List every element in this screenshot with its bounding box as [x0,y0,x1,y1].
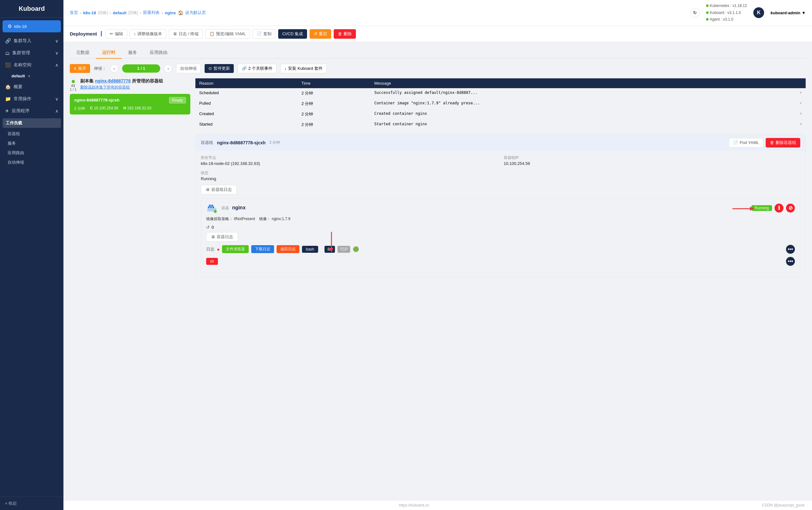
log-info-icon: ● [217,247,220,252]
delete-button[interactable]: 🗑 删除 [334,29,356,39]
sidebar-item-cluster-manage[interactable]: 🗂 集群管理 ∨ [0,47,63,59]
services-label: 服务 [8,141,16,146]
breadcrumb-nginx[interactable]: nginx [165,10,176,15]
sidebar-item-namespace[interactable]: ⬛ 名称空间 ∧ [0,59,63,71]
log-actions: 日志 ● 文件浏览器 下载日志 追踪日志 bash [206,245,795,254]
sidebar-collapse-btn[interactable]: « 收起 [0,497,63,510]
sidebar-item-common-ops[interactable]: 📁 常用操作 ∨ [0,93,63,105]
table-row: Started 2 分钟 Started container nginx× [195,119,806,130]
events-col-message: Message [371,78,806,88]
events-col-time: Time [297,78,371,88]
default-namespace-label: default ▼ [11,73,31,78]
file-browser-button[interactable]: 文件浏览器 [222,245,249,253]
download-log-button[interactable]: 下载日志 [251,245,274,253]
pod-card-header: nginx-8d8887778-sjcxh Ready [74,97,186,103]
replica-status-dot [72,80,75,83]
tab-metadata[interactable]: 元数据 [70,47,96,59]
close-icon[interactable]: × [800,90,802,95]
copy-button[interactable]: 📄 复制 [253,29,276,39]
logs-button[interactable]: 🖥 日志 / 终端 [169,29,203,39]
tab-approute[interactable]: 应用路由 [143,47,174,59]
sidebar-cluster-name: k8s-18 [14,24,27,29]
version-info: Kubernetes : v1.18.12 Kuboard : v3.1.1.0… [706,3,747,23]
cicd-button[interactable]: CI/CD 集成 [278,29,307,39]
sidebar-child-services[interactable]: 服务 [0,139,63,148]
install-kuboard-button[interactable]: ↓ 安装 Kuboard 套件 [281,64,327,73]
sidebar-child-hpa[interactable]: 自动伸缩 [0,158,63,167]
edit-button[interactable]: ✏ 编辑 [106,29,127,39]
event-message: Started container nginx× [371,119,806,130]
tab-service[interactable]: 服务 [122,47,143,59]
sidebar-workload-item[interactable]: 工作负载 [3,118,61,128]
refresh-button[interactable]: ↻ [690,8,700,18]
container-info-button-1[interactable]: ℹ [775,204,783,212]
sidebar-child-pods[interactable]: 容器组 [0,129,63,139]
container-stop-button[interactable]: ⊘ [786,204,795,212]
namespace-icon: ⬛ [5,62,11,68]
container-more-button[interactable]: ••• [786,257,795,266]
sidebar-cluster-item[interactable]: ⚙ k8s-18 [3,20,61,32]
port-more-button[interactable]: ••• [786,245,795,254]
preview-yaml-button[interactable]: 📋 预览/编辑 YAML [205,29,250,39]
scale-decrease-button[interactable]: ‹ [110,64,118,72]
tab-runtime[interactable]: 运行时 [96,47,122,59]
container-docker-icon [206,202,218,214]
replica-title-prefix: 副本集 [80,78,95,83]
breadcrumb-home[interactable]: 首页 [70,10,78,16]
sidebar-item-label: 名称空间 [13,62,31,68]
close-icon[interactable]: × [800,101,802,105]
events-button[interactable]: 🔗 2 个关联事件 [238,64,277,73]
user-name[interactable]: kuboard-admin ▼ [771,10,806,15]
replica-info: 副本集 nginx-8d8887778 所管理的容器组 删除该副本集下所有的容器… [80,78,163,90]
container-name: nginx [232,205,246,210]
pod-age: 2 分钟 [74,106,85,111]
folder-icon: 📁 [5,96,11,102]
sidebar-item-apps[interactable]: ✈ 应用程序 ∧ [0,105,63,117]
log-label: 日志 [206,246,214,252]
delete-replica-link[interactable]: 删除该副本集下所有的容器组 [80,85,130,89]
trace-log-button[interactable]: 追踪日志 [277,245,299,253]
footer-credit: CSDN @javascript_good [762,503,804,507]
pod-yaml-button[interactable]: 📄 Pod YAML [729,138,763,148]
toolbar-title: Deployment [70,31,102,36]
sidebar-item-overview[interactable]: 🏠 概要 [0,81,63,93]
adjust-image-button[interactable]: ↕ 调整镜像版本 [130,29,167,39]
breadcrumb-deployments[interactable]: 部署列表 [143,10,160,16]
expand-button[interactable]: ∨ 展开 [70,64,90,73]
ip-value: 10.100.254.56 [504,161,800,166]
container-type-label: 容器 [222,206,229,210]
workload-label: 工作负载 [6,121,22,125]
pod-card[interactable]: nginx-8d8887778-sjcxh Ready 2 分钟 C 10.10… [70,94,190,115]
breadcrumb-cluster[interactable]: k8s-18 [83,10,96,15]
table-row: Pulled 2 分钟 Container image "nginx:1.7.9… [195,98,806,109]
breadcrumb-set-default[interactable]: 设为默认页 [185,10,206,16]
breadcrumb-switch-2[interactable]: [切换] [128,10,138,16]
svg-rect-5 [211,205,213,206]
delete-pod-button[interactable]: 🗑 删除容器组 [766,138,800,148]
event-time: 2 分钟 [297,109,371,119]
replica-name-link[interactable]: nginx-8d8887778 [95,78,131,83]
container-log-button[interactable]: 🖥 容器日志 [206,232,238,242]
red-arrow-indicator [729,202,755,218]
home-icon: 🏠 [5,84,11,90]
container-log-section: 🖥 容器日志 [206,232,795,242]
default-namespace-item[interactable]: default ▼ [6,71,63,81]
pause-update-button[interactable]: ⊙ 暂停更新 [205,64,234,73]
bash-button[interactable]: bash [302,246,318,253]
sidebar-child-approute[interactable]: 应用路由 [0,148,63,158]
restart-button[interactable]: ↺ 重启 [310,29,331,39]
close-icon[interactable]: × [800,111,802,116]
collapse-label: « 收起 [5,501,17,506]
chevron-up-icon: ∧ [55,109,58,114]
pod-log-button[interactable]: 🖥 容器组日志 [201,185,237,194]
pod-detail-card: 容器组 nginx-8d8887778-sjcxh 2 分钟 📄 Pod YAM… [195,134,806,278]
hpa-button[interactable]: 自动伸缩 [176,64,201,73]
sh-button[interactable]: sh [206,258,218,265]
chevron-down-icon: ▼ [802,10,806,15]
sidebar-item-cluster-import[interactable]: 🔗 集群导入 ∨ [0,35,63,47]
close-icon[interactable]: × [800,122,802,126]
scale-increase-button[interactable]: › [164,64,172,72]
breadcrumb-switch-1[interactable]: [切换] [98,10,108,16]
pod-cluster-ip: C 10.100.254.56 [90,106,118,111]
breadcrumb-namespace[interactable]: default [113,10,126,15]
